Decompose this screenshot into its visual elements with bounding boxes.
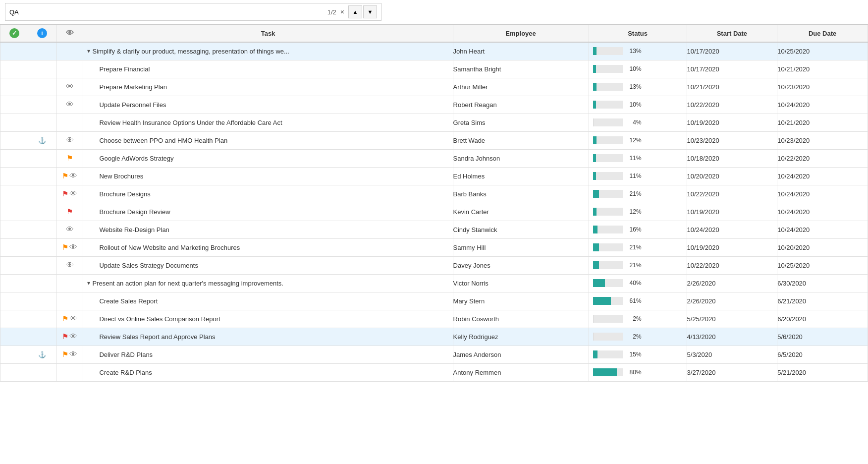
- cell-task[interactable]: Rollout of New Website and Marketing Bro…: [83, 238, 453, 256]
- cell-task[interactable]: Brochure Design Review: [83, 203, 453, 221]
- cell-check: [0, 274, 28, 292]
- cell-task[interactable]: Review Sales Report and Approve Plans: [83, 328, 453, 346]
- cell-employee: James Anderson: [453, 346, 589, 363]
- cell-task[interactable]: Direct vs Online Sales Comparison Report: [83, 310, 453, 328]
- cell-task[interactable]: Deliver R&D Plans: [83, 346, 453, 363]
- cell-employee: Victor Norris: [453, 274, 589, 292]
- table-row[interactable]: ⚑👁Direct vs Online Sales Comparison Repo…: [0, 310, 868, 328]
- table-row[interactable]: ⚑Google AdWords StrategySandra Johnson 1…: [0, 149, 868, 167]
- cell-status: 11%: [589, 149, 687, 167]
- cell-task[interactable]: Choose between PPO and HMO Health Plan: [83, 131, 453, 149]
- eye-visible-icon[interactable]: 👁: [66, 225, 74, 234]
- search-clear-button[interactable]: ×: [340, 8, 344, 16]
- table-row[interactable]: ⚑Brochure Design ReviewKevin Carter 12% …: [0, 203, 868, 221]
- progress-label: 13%: [626, 48, 642, 55]
- table-row[interactable]: 👁Prepare Marketing PlanArthur Miller 13%…: [0, 78, 868, 96]
- cell-task[interactable]: New Brochures: [83, 167, 453, 185]
- table-row[interactable]: ▾Simplify & clarify our product, messagi…: [0, 42, 868, 60]
- table-row[interactable]: Prepare FinancialSamantha Bright 10% 10/…: [0, 60, 868, 78]
- progress-fill: [593, 190, 599, 198]
- cell-eye-flag: [56, 114, 83, 131]
- eye-visible-icon[interactable]: 👁: [66, 136, 74, 145]
- cell-employee: Kevin Carter: [453, 203, 589, 221]
- cell-employee: John Heart: [453, 42, 589, 60]
- cell-eye-flag: ⚑👁: [56, 238, 83, 256]
- header-employee: Employee: [453, 24, 589, 42]
- table-row[interactable]: 👁Update Sales Strategy DocumentsDavey Jo…: [0, 256, 868, 274]
- cell-task[interactable]: ▾Simplify & clarify our product, messagi…: [83, 42, 453, 60]
- cell-task[interactable]: ▾Present an action plan for next quarter…: [83, 274, 453, 292]
- cell-eye-flag: [56, 42, 83, 60]
- table-row[interactable]: 👁Website Re-Design PlanCindy Stanwick 16…: [0, 221, 868, 238]
- eye-visible-icon[interactable]: 👁: [66, 100, 74, 109]
- task-label: Google AdWords Strategy: [99, 155, 173, 162]
- cell-employee: Sammy Hill: [453, 238, 589, 256]
- cell-check: [0, 256, 28, 274]
- table-row[interactable]: ⚓⚑👁Deliver R&D PlansJames Anderson 15% 5…: [0, 346, 868, 363]
- cell-task[interactable]: Website Re-Design Plan: [83, 221, 453, 238]
- eye-visible-icon[interactable]: 👁: [69, 350, 77, 359]
- progress-bar: [593, 154, 623, 162]
- cell-status: 16%: [589, 221, 687, 238]
- anchor-icon: ⚓: [38, 137, 46, 144]
- cell-info: [28, 256, 56, 274]
- table-row[interactable]: 👁Update Personnel FilesRobert Reagan 10%…: [0, 96, 868, 114]
- table-row[interactable]: ⚑👁New BrochuresEd Holmes 11% 10/20/20201…: [0, 167, 868, 185]
- cell-duedate: 10/24/2020: [777, 96, 868, 114]
- header-info: i: [28, 24, 56, 42]
- eye-visible-icon[interactable]: 👁: [66, 261, 74, 270]
- table-row[interactable]: ⚑👁Review Sales Report and Approve PlansK…: [0, 328, 868, 346]
- cell-task[interactable]: Update Sales Strategy Documents: [83, 256, 453, 274]
- cell-task[interactable]: Brochure Designs: [83, 185, 453, 203]
- cell-info: [28, 114, 56, 131]
- cell-task[interactable]: Create R&D Plans: [83, 363, 453, 381]
- cell-task[interactable]: Review Health Insurance Options Under th…: [83, 114, 453, 131]
- table-row[interactable]: ⚓👁Choose between PPO and HMO Health Plan…: [0, 131, 868, 149]
- header-duedate: Due Date: [777, 24, 868, 42]
- eye-visible-icon[interactable]: 👁: [69, 243, 77, 252]
- cell-status: 4%: [589, 114, 687, 131]
- table-row[interactable]: Create R&D PlansAntony Remmen 80% 3/27/2…: [0, 363, 868, 381]
- cell-eye-flag: ⚑👁: [56, 328, 83, 346]
- task-label: Brochure Designs: [99, 190, 150, 198]
- progress-label: 11%: [626, 155, 642, 162]
- progress-bar: [593, 226, 623, 233]
- progress-bar: [593, 190, 623, 198]
- cell-task[interactable]: Update Personnel Files: [83, 96, 453, 114]
- cell-info: [28, 274, 56, 292]
- progress-fill: [593, 136, 597, 144]
- cell-status: 15%: [589, 346, 687, 363]
- cell-info: [28, 203, 56, 221]
- group-arrow-icon: ▾: [87, 280, 90, 287]
- search-next-button[interactable]: ▼: [363, 5, 377, 18]
- table-row[interactable]: ⚑👁Brochure DesignsBarb Banks 21% 10/22/2…: [0, 185, 868, 203]
- cell-startdate: 10/21/2020: [687, 78, 777, 96]
- cell-startdate: 10/22/2020: [687, 256, 777, 274]
- cell-check: [0, 78, 28, 96]
- eye-visible-icon[interactable]: 👁: [69, 332, 77, 341]
- table-row[interactable]: Create Sales ReportMary Stern 61% 2/26/2…: [0, 292, 868, 310]
- cell-task[interactable]: Create Sales Report: [83, 292, 453, 310]
- eye-visible-icon[interactable]: 👁: [66, 82, 74, 91]
- cell-status: 12%: [589, 131, 687, 149]
- task-label: Direct vs Online Sales Comparison Report: [99, 315, 220, 323]
- search-prev-button[interactable]: ▲: [348, 5, 362, 18]
- cell-startdate: 4/13/2020: [687, 328, 777, 346]
- table-row[interactable]: Review Health Insurance Options Under th…: [0, 114, 868, 131]
- cell-task[interactable]: Prepare Marketing Plan: [83, 78, 453, 96]
- eye-visible-icon[interactable]: 👁: [69, 172, 77, 180]
- search-input[interactable]: [9, 8, 324, 16]
- cell-eye-flag: ⚑👁: [56, 185, 83, 203]
- cell-eye-flag: [56, 292, 83, 310]
- cell-task[interactable]: Google AdWords Strategy: [83, 149, 453, 167]
- flag-orange-icon: ⚑: [62, 314, 68, 323]
- cell-duedate: 10/23/2020: [777, 78, 868, 96]
- progress-bar: [593, 297, 623, 305]
- cell-task[interactable]: Prepare Financial: [83, 60, 453, 78]
- table-row[interactable]: ⚑👁Rollout of New Website and Marketing B…: [0, 238, 868, 256]
- cell-info: ⚓: [28, 346, 56, 363]
- eye-visible-icon[interactable]: 👁: [69, 314, 77, 323]
- eye-visible-icon[interactable]: 👁: [69, 189, 77, 198]
- table-row[interactable]: ▾Present an action plan for next quarter…: [0, 274, 868, 292]
- progress-bar: [593, 208, 623, 216]
